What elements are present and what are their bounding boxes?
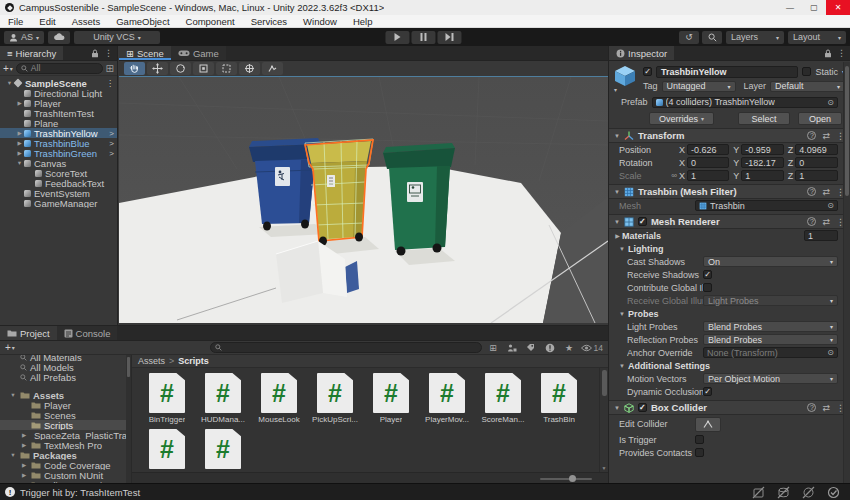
- object-picker-icon[interactable]: ⊙: [825, 98, 834, 107]
- auto-generate-lighting-off-icon[interactable]: [752, 486, 765, 499]
- is-trigger-checkbox[interactable]: [695, 435, 704, 444]
- play-button[interactable]: [385, 31, 409, 44]
- hidden-count-toggle[interactable]: 14: [581, 343, 603, 353]
- favorite-all-prefabs[interactable]: All Prefabs: [0, 372, 131, 382]
- folder-scripts-selected[interactable]: Scripts: [0, 420, 131, 430]
- bake-reflection-off-icon[interactable]: [777, 486, 790, 499]
- foldout-open-icon[interactable]: ▼: [614, 219, 620, 225]
- cast-shadows-dropdown[interactable]: On▾: [703, 256, 838, 267]
- component-enabled-checkbox[interactable]: ✓: [638, 403, 647, 412]
- foldout-closed-icon[interactable]: ▶: [613, 232, 622, 239]
- hierarchy-item-feedbacktext[interactable]: FeedbackText: [0, 178, 117, 188]
- search-filter-icon[interactable]: ⊞: [106, 63, 114, 74]
- foldout-closed-icon[interactable]: ▶: [20, 462, 28, 468]
- foldout-closed-icon[interactable]: ▶: [15, 140, 24, 146]
- search-button[interactable]: [702, 31, 722, 44]
- foldout-open-icon[interactable]: ▼: [614, 405, 620, 411]
- folder-code-coverage[interactable]: ▶Code Coverage: [0, 460, 131, 470]
- foldout-open-icon[interactable]: ▼: [614, 189, 620, 195]
- receive-shadows-checkbox[interactable]: ✓: [703, 270, 712, 279]
- foldout-closed-icon[interactable]: ▶: [15, 150, 24, 156]
- folder-scenes[interactable]: Scenes: [0, 410, 131, 420]
- asset-hudmanager[interactable]: #HUDMana...: [195, 373, 251, 424]
- asset-grid-scrollbar[interactable]: ▼: [599, 368, 608, 472]
- reflection-probes-dropdown[interactable]: Blend Probes▾: [703, 334, 838, 345]
- search-by-label-icon[interactable]: [524, 342, 539, 354]
- asset-grid[interactable]: #BinTrigger #HUDMana... #MouseLook #Pick…: [132, 368, 608, 484]
- anchor-override-field[interactable]: None (Transform)⊙: [703, 347, 838, 358]
- foldout-closed-icon[interactable]: ▶: [20, 432, 28, 438]
- lock-icon[interactable]: [91, 49, 99, 58]
- cache-server-check-icon[interactable]: [827, 486, 840, 499]
- step-button[interactable]: [437, 31, 461, 44]
- scene-viewport[interactable]: [119, 77, 608, 323]
- layer-dropdown[interactable]: Default▾: [770, 81, 845, 92]
- asset-mouselook[interactable]: #MouseLook: [251, 373, 307, 424]
- lock-icon[interactable]: [824, 49, 832, 58]
- move-tool[interactable]: [147, 62, 168, 75]
- mesh-field[interactable]: Trashbin ⊙: [695, 200, 838, 211]
- folder-player[interactable]: Player: [0, 400, 131, 410]
- edit-collider-button[interactable]: [695, 417, 721, 432]
- hierarchy-item-gamemanager[interactable]: GameManager: [0, 198, 117, 208]
- hierarchy-item-trashbingreen[interactable]: ▶TrashbinGreen>: [0, 148, 117, 158]
- favorite-all-materials[interactable]: All Materials: [0, 355, 131, 362]
- project-tree-scrollbar[interactable]: [126, 355, 131, 484]
- foldout-open-icon[interactable]: ▼: [9, 452, 17, 458]
- tab-project[interactable]: Project: [0, 326, 57, 340]
- cloud-button[interactable]: [48, 31, 70, 44]
- tab-scene[interactable]: ⊞ Scene: [119, 46, 171, 60]
- menu-services[interactable]: Services: [243, 15, 295, 28]
- search-by-import-icon[interactable]: [505, 342, 520, 354]
- asset-pickupscript[interactable]: #PickUpScri...: [307, 373, 363, 424]
- folder-textmeshpro[interactable]: ▶TextMesh Pro: [0, 440, 131, 450]
- foldout-closed-icon[interactable]: ▶: [20, 442, 28, 448]
- bake-light-off-icon[interactable]: [802, 486, 815, 499]
- foldout-open-icon[interactable]: ▼: [9, 392, 17, 398]
- create-button[interactable]: +▾: [3, 63, 13, 74]
- tab-game[interactable]: Game: [171, 46, 226, 60]
- scale-z-field[interactable]: 1: [795, 170, 838, 181]
- object-picker-icon[interactable]: ⊙: [825, 348, 834, 357]
- foldout-open-icon[interactable]: ▼: [614, 133, 620, 139]
- hierarchy-search-input[interactable]: All: [16, 63, 103, 74]
- scroll-down-arrow[interactable]: ▼: [602, 465, 607, 471]
- icon-size-slider[interactable]: [540, 478, 592, 480]
- menu-file[interactable]: File: [0, 15, 31, 28]
- tag-dropdown[interactable]: Untagged▾: [662, 81, 736, 92]
- folder-packages[interactable]: ▼Packages: [0, 450, 131, 460]
- component-enabled-checkbox[interactable]: ✓: [638, 217, 647, 226]
- scale-link-icon[interactable]: ∞: [669, 171, 679, 180]
- favorite-all-models[interactable]: All Models: [0, 362, 131, 372]
- help-icon[interactable]: ?: [807, 187, 816, 196]
- maximize-button[interactable]: ▢: [802, 0, 826, 15]
- asset-player[interactable]: #Player: [363, 373, 419, 424]
- active-checkbox[interactable]: ✓: [643, 67, 652, 76]
- menu-assets[interactable]: Assets: [64, 15, 109, 28]
- scrollbar-thumb[interactable]: [602, 370, 607, 396]
- view-hand-tool[interactable]: [124, 62, 145, 75]
- scale-y-field[interactable]: 1: [741, 170, 783, 181]
- menu-gameobject[interactable]: GameObject: [108, 15, 177, 28]
- prefab-open-arrow[interactable]: >: [109, 149, 117, 158]
- select-button[interactable]: Select: [738, 112, 790, 125]
- presets-icon[interactable]: ⇄: [822, 187, 830, 197]
- menu-component[interactable]: Component: [178, 15, 243, 28]
- layers-dropdown[interactable]: Layers ▾: [726, 31, 784, 44]
- tab-hierarchy[interactable]: ≡ Hierarchy: [0, 46, 63, 60]
- asset-bintrigger[interactable]: #BinTrigger: [139, 373, 195, 424]
- folder-assets[interactable]: ▼Assets: [0, 390, 131, 400]
- prefab-cube-icon[interactable]: ▾: [613, 64, 639, 93]
- menu-edit[interactable]: Edit: [31, 15, 63, 28]
- favorites-star-icon[interactable]: ★: [562, 342, 577, 354]
- hierarchy-item-plane[interactable]: Plane: [0, 118, 117, 128]
- provides-contacts-checkbox[interactable]: [695, 448, 704, 457]
- position-z-field[interactable]: 4.0969: [795, 144, 838, 155]
- static-checkbox[interactable]: [802, 67, 811, 76]
- rotate-tool[interactable]: [170, 62, 191, 75]
- scale-tool[interactable]: [193, 62, 214, 75]
- overrides-button[interactable]: Overrides▾: [649, 112, 714, 125]
- pause-button[interactable]: [411, 31, 435, 44]
- inspector-scrollbar[interactable]: [843, 62, 850, 483]
- hierarchy-item-player[interactable]: ▶Player: [0, 98, 117, 108]
